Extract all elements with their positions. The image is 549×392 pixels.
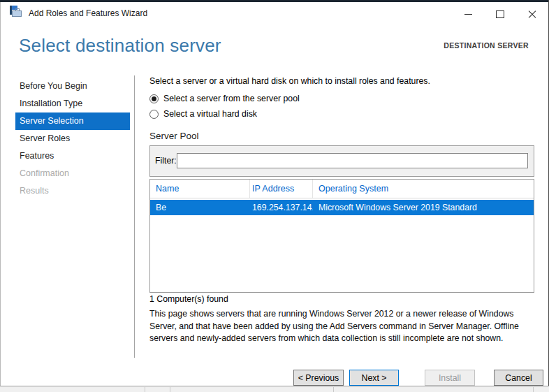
cell-server-name: Be xyxy=(150,203,250,212)
wizard-steps-sidebar: Before You Begin Installation Type Serve… xyxy=(15,78,130,200)
filter-label: Filter: xyxy=(155,156,177,166)
radio-selected-icon[interactable] xyxy=(149,94,159,103)
minimize-button[interactable] xyxy=(452,4,484,24)
filter-panel: Filter: xyxy=(149,145,534,177)
sidebar-item-features[interactable]: Features xyxy=(15,147,130,165)
next-button[interactable]: Next > xyxy=(349,370,399,386)
close-button[interactable] xyxy=(516,4,548,24)
maximize-icon xyxy=(496,10,504,18)
sidebar-item-installation-type[interactable]: Installation Type xyxy=(15,95,130,112)
window-title: Add Roles and Features Wizard xyxy=(29,8,147,18)
filter-input[interactable] xyxy=(177,153,528,168)
cancel-button[interactable]: Cancel xyxy=(494,370,543,386)
sidebar-divider xyxy=(134,75,135,358)
radio-select-virtual-hard-disk[interactable]: Select a virtual hard disk xyxy=(149,109,257,119)
title-bar[interactable]: Add Roles and Features Wizard xyxy=(1,2,548,22)
maximize-button[interactable] xyxy=(484,4,516,24)
background-window-strip xyxy=(0,386,549,392)
radio-select-server-pool[interactable]: Select a server from the server pool xyxy=(149,94,300,103)
window-left-edge xyxy=(0,2,1,386)
install-button[interactable]: Install xyxy=(425,370,475,386)
intro-text: Select a server or a virtual hard disk o… xyxy=(149,76,430,86)
column-header-ip-address[interactable]: IP Address xyxy=(250,180,313,198)
sidebar-item-server-roles[interactable]: Server Roles xyxy=(15,130,130,147)
table-header-row: Name IP Address Operating System xyxy=(150,180,534,198)
page-title: Select destination server xyxy=(19,35,221,57)
radio-label: Select a virtual hard disk xyxy=(163,109,257,119)
close-icon xyxy=(528,10,536,19)
sidebar-item-results: Results xyxy=(15,182,130,200)
sidebar-item-before-you-begin[interactable]: Before You Begin xyxy=(15,78,130,95)
server-pool-title: Server Pool xyxy=(149,131,199,141)
column-header-name[interactable]: Name xyxy=(150,180,250,198)
sidebar-item-confirmation: Confirmation xyxy=(15,165,130,182)
previous-button[interactable]: < Previous xyxy=(293,370,344,386)
sidebar-item-server-selection[interactable]: Server Selection xyxy=(15,112,130,130)
table-row[interactable]: Be 169.254.137.14... Microsoft Windows S… xyxy=(150,200,534,215)
page-description: This page shows servers that are running… xyxy=(149,308,535,345)
column-header-operating-system[interactable]: Operating System xyxy=(313,180,534,198)
radio-label: Select a server from the server pool xyxy=(163,94,300,103)
minimize-icon xyxy=(464,14,472,15)
roles-wizard-icon xyxy=(10,6,23,17)
radio-unselected-icon[interactable] xyxy=(149,110,159,119)
cell-server-os: Microsoft Windows Server 2019 Standard xyxy=(313,203,534,212)
cell-server-ip: 169.254.137.14... xyxy=(250,203,313,212)
server-pool-table: Name IP Address Operating System Be 169.… xyxy=(149,179,534,293)
destination-server-label: DESTINATION SERVER xyxy=(444,41,529,50)
computers-found-count: 1 Computer(s) found xyxy=(149,294,228,304)
